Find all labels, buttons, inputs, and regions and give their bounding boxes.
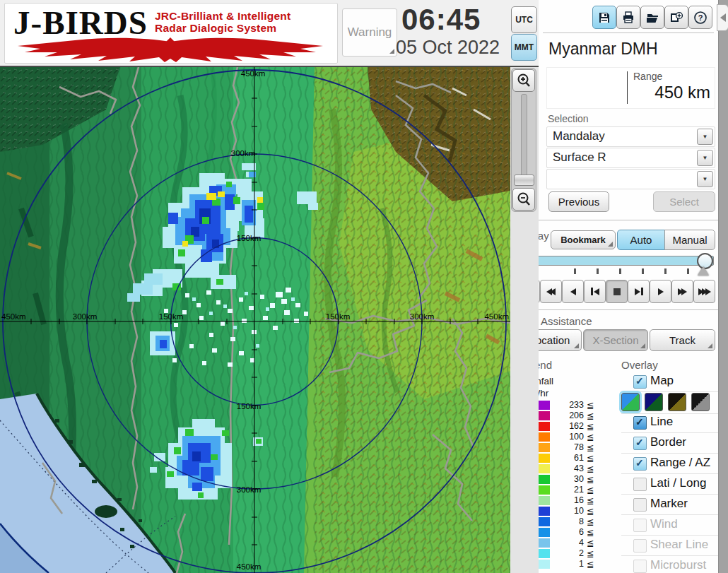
step-forward-icon bbox=[635, 288, 640, 295]
corner-handle-icon bbox=[608, 242, 613, 247]
clock-date: 05 Oct 2022 bbox=[396, 37, 516, 59]
help-button[interactable]: ? bbox=[688, 6, 712, 29]
chevron-down-icon[interactable]: ▼ bbox=[697, 171, 713, 187]
add-image-button[interactable] bbox=[664, 6, 688, 29]
wind-checkbox bbox=[633, 519, 647, 532]
shear-line-checkbox bbox=[633, 539, 647, 553]
svg-text:150km: 150km bbox=[237, 402, 262, 410]
svg-text:300km: 300km bbox=[410, 312, 435, 321]
range-label: Range bbox=[633, 71, 662, 82]
replay-manual-button[interactable]: Manual bbox=[664, 230, 715, 250]
corner-handle-icon bbox=[389, 49, 394, 54]
border-checkbox[interactable]: ✓ bbox=[633, 437, 647, 450]
overlay-row-range-az[interactable]: ✓ Range / AZ bbox=[621, 455, 718, 474]
map-gutter bbox=[510, 67, 539, 573]
step-forward-button[interactable] bbox=[628, 280, 650, 303]
select-button[interactable]: Select bbox=[653, 191, 715, 212]
slider-tick bbox=[664, 268, 667, 274]
map-style-swatch-3[interactable] bbox=[668, 393, 686, 411]
print-button[interactable] bbox=[616, 6, 640, 29]
divider bbox=[539, 309, 718, 310]
zoom-out-icon bbox=[516, 191, 532, 207]
radar-map[interactable]: 450km 300km 150km 150km 300km 450km 450k… bbox=[0, 67, 510, 573]
range-az-checkbox[interactable]: ✓ bbox=[633, 457, 647, 471]
zoom-in-icon bbox=[516, 73, 532, 88]
zoom-in-button[interactable] bbox=[512, 69, 535, 92]
svg-text:?: ? bbox=[698, 13, 703, 22]
map-style-swatch-2[interactable] bbox=[645, 393, 663, 411]
corner-handle-icon bbox=[574, 343, 579, 348]
divider bbox=[627, 71, 628, 104]
overlay-row-map[interactable]: ✓ Map bbox=[621, 373, 718, 392]
play-forward-button[interactable] bbox=[650, 280, 671, 303]
product-dropdown[interactable]: Surface R ▼ bbox=[546, 148, 715, 168]
logo-title: J-BIRDS bbox=[13, 4, 148, 42]
replay-auto-button[interactable]: Auto bbox=[617, 230, 665, 250]
svg-text:450km: 450km bbox=[241, 69, 266, 78]
stop-icon bbox=[613, 288, 621, 295]
svg-text:150km: 150km bbox=[159, 312, 184, 321]
corner-handle-icon bbox=[640, 343, 645, 348]
slider-tick bbox=[619, 268, 621, 274]
slider-tick bbox=[642, 268, 644, 274]
warning-button[interactable]: Warning bbox=[342, 8, 397, 57]
svg-text:450km: 450km bbox=[484, 312, 509, 321]
overlay-row-border[interactable]: ✓ Border bbox=[621, 435, 718, 454]
map-style-swatch-1[interactable] bbox=[621, 393, 640, 411]
radar-map-canvas: 450km 300km 150km 150km 300km 450km 450k… bbox=[0, 67, 510, 573]
extra-dropdown[interactable]: ▼ bbox=[546, 169, 715, 189]
open-folder-icon bbox=[646, 11, 659, 24]
svg-text:150km: 150km bbox=[237, 234, 262, 242]
save-button[interactable] bbox=[592, 6, 616, 29]
open-folder-button[interactable] bbox=[640, 6, 664, 29]
play-backward-button[interactable] bbox=[562, 280, 584, 303]
replay-slider-track[interactable] bbox=[523, 256, 714, 266]
svg-text:300km: 300km bbox=[231, 149, 256, 158]
slider-end-marker[interactable] bbox=[698, 266, 709, 276]
x-section-button[interactable]: X-Section bbox=[583, 329, 648, 351]
slider-tick bbox=[574, 268, 576, 274]
svg-text:150km: 150km bbox=[326, 312, 351, 321]
skip-to-end-button[interactable] bbox=[693, 280, 715, 303]
bookmark-button[interactable]: Bookmark bbox=[551, 230, 616, 249]
map-checkbox[interactable]: ✓ bbox=[633, 375, 647, 389]
site-title: Myanmar DMH bbox=[548, 40, 658, 59]
logo: J-BIRDS JRC-Brilliant & Intelligent Rada… bbox=[4, 3, 338, 64]
zoom-slider-thumb[interactable] bbox=[514, 175, 534, 186]
zoom-slider-track[interactable] bbox=[521, 94, 527, 186]
clock-time: 06:45 bbox=[401, 3, 507, 37]
fast-forward-button[interactable] bbox=[671, 280, 693, 303]
overlay-row-marker[interactable]: Marker bbox=[621, 496, 718, 515]
play-backward-icon bbox=[570, 288, 576, 295]
map-style-swatch-4[interactable] bbox=[691, 393, 710, 411]
jbirds-window: J-BIRDS JRC-Brilliant & Intelligent Rada… bbox=[0, 0, 728, 573]
panel-collapse-handle[interactable] bbox=[717, 4, 728, 31]
marker-checkbox[interactable] bbox=[633, 498, 647, 512]
chevron-down-icon[interactable]: ▼ bbox=[697, 150, 713, 166]
zoom-control bbox=[511, 68, 536, 212]
fast-rewind-button[interactable] bbox=[540, 280, 562, 303]
step-backward-button[interactable] bbox=[584, 280, 606, 303]
track-button[interactable]: Track bbox=[650, 329, 715, 351]
overlay-row-wind: Wind bbox=[621, 516, 718, 536]
line-checkbox[interactable]: ✓ bbox=[633, 416, 647, 430]
chevron-down-icon[interactable]: ▼ bbox=[697, 129, 713, 145]
site-dropdown[interactable]: Mandalay ▼ bbox=[546, 126, 715, 147]
corner-handle-icon bbox=[708, 343, 712, 348]
svg-text:450km: 450km bbox=[1, 312, 26, 321]
overlay-row-line[interactable]: ✓ Line bbox=[621, 414, 718, 433]
overlay-row-lati-long[interactable]: Lati / Long bbox=[621, 475, 718, 495]
save-icon bbox=[598, 11, 611, 24]
microburst-checkbox bbox=[633, 560, 647, 573]
overlay-row-microburst: Microburst bbox=[621, 557, 718, 573]
mmt-toggle-button[interactable]: MMT bbox=[511, 34, 537, 61]
stop-button[interactable] bbox=[606, 280, 628, 303]
logo-subtitle: JRC-Brilliant & Intelligent Radar Dialog… bbox=[155, 10, 290, 34]
slider-tick bbox=[597, 268, 599, 274]
lati-long-checkbox[interactable] bbox=[633, 478, 647, 491]
utc-toggle-button[interactable]: UTC bbox=[511, 6, 537, 33]
zoom-out-button[interactable] bbox=[512, 188, 535, 211]
previous-button[interactable]: Previous bbox=[548, 191, 609, 212]
header-bar: J-BIRDS JRC-Brilliant & Intelligent Rada… bbox=[0, 0, 539, 67]
selection-label: Selection bbox=[548, 113, 589, 124]
